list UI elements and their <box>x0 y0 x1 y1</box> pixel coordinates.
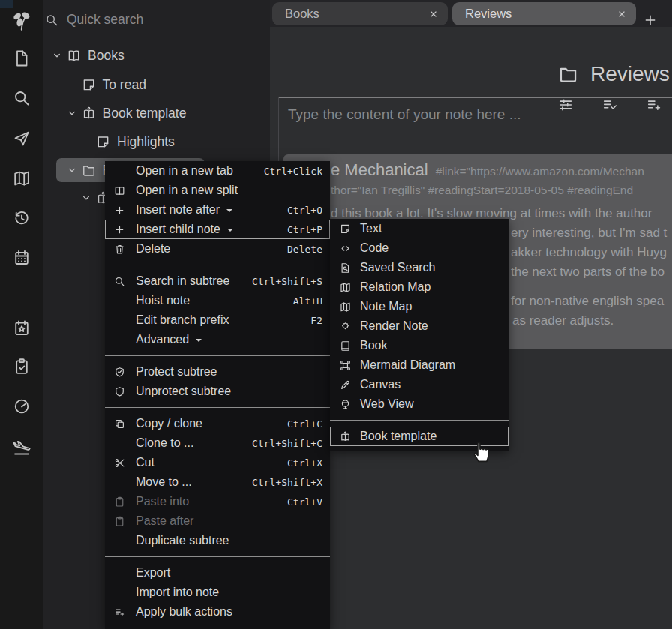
quick-search-input[interactable]: Quick search <box>45 12 143 28</box>
copy-icon <box>114 418 125 430</box>
note-content-placeholder[interactable]: Type the content of your note here ... <box>288 106 521 123</box>
menu-item-advanced[interactable]: Advanced <box>105 330 330 349</box>
tree-item-highlights[interactable]: Highlights <box>80 130 175 154</box>
menu-item-hoist-note[interactable]: Hoist noteAlt+H <box>105 291 330 310</box>
menu-item-apply-bulk-actions[interactable]: Apply bulk actions <box>105 602 330 622</box>
book-open-icon <box>67 49 81 63</box>
menu-item-copy-clone[interactable]: Copy / cloneCtrl+C <box>105 414 330 433</box>
plus-icon <box>114 205 125 216</box>
travel-button[interactable] <box>0 439 43 457</box>
note-map-button[interactable] <box>0 169 43 187</box>
menu-item-shortcut: Delete <box>287 244 322 255</box>
map-icon <box>340 282 360 293</box>
note-icon <box>96 135 111 149</box>
expand-chevron-icon[interactable] <box>51 49 67 61</box>
search-button[interactable] <box>0 89 43 107</box>
menu-item-open-in-a-new-split[interactable]: Open in a new split <box>105 181 330 200</box>
tree-item-book-template[interactable]: Book template <box>66 101 187 125</box>
ribbon-list-check-button[interactable] <box>602 97 618 113</box>
new-tab-button[interactable] <box>643 13 658 28</box>
cut-icon <box>114 457 125 469</box>
menu-item-shortcut: Ctrl+V <box>287 496 322 508</box>
search-icon <box>114 276 136 287</box>
mermaid-icon <box>340 360 360 371</box>
menu-item-duplicate-subtree[interactable]: Duplicate subtree <box>105 531 330 550</box>
note-icon <box>340 223 360 235</box>
list-plus-icon <box>114 607 125 618</box>
menu-item-book[interactable]: Book <box>330 336 508 355</box>
tree-item-books[interactable]: Books <box>51 43 124 67</box>
menu-item-cut[interactable]: CutCtrl+X <box>105 453 330 472</box>
menu-item-edit-branch-prefix[interactable]: Edit branch prefixF2 <box>105 310 330 330</box>
menu-item-insert-child-note[interactable]: Insert child noteCtrl+P <box>105 220 330 239</box>
expand-chevron-icon[interactable] <box>80 192 96 204</box>
menu-item-unprotect-subtree[interactable]: Unprotect subtree <box>105 382 330 401</box>
menu-item-shortcut: Ctrl+Shift+C <box>252 438 322 449</box>
menu-item-saved-search[interactable]: Saved Search <box>330 258 508 277</box>
menu-item-insert-note-after[interactable]: Insert note afterCtrl+O <box>105 200 330 220</box>
tree-item-label: Highlights <box>117 134 175 150</box>
menu-item-canvas[interactable]: Canvas <box>330 375 508 394</box>
cursor-pointer <box>470 436 494 463</box>
note-type-submenu: TextCodeSaved SearchRelation MapNote Map… <box>330 219 508 451</box>
paste-icon <box>114 496 125 508</box>
list-plus-icon <box>114 607 136 618</box>
tree-item-to-read[interactable]: To read <box>66 73 146 97</box>
menu-item-mermaid-diagram[interactable]: Mermaid Diagram <box>330 355 508 375</box>
menu-item-web-view[interactable]: Web View <box>330 394 508 414</box>
menu-item-code[interactable]: Code <box>330 238 508 258</box>
canvas-icon <box>340 379 360 391</box>
menu-item-open-in-a-new-tab[interactable]: Open in a new tabCtrl+Click <box>105 161 330 181</box>
menu-item-move-to[interactable]: Move to ...Ctrl+Shift+X <box>105 472 330 492</box>
book-template-icon <box>82 106 97 121</box>
trash-icon <box>114 244 136 255</box>
map-icon <box>340 301 360 313</box>
recent-changes-button[interactable] <box>0 209 43 227</box>
search-icon <box>45 13 58 27</box>
app-window: { "colors":{"card_bg":"#59595b","selecte… <box>0 0 672 629</box>
menu-item-import-into-note[interactable]: Import into note <box>105 583 330 602</box>
code-icon <box>340 243 351 254</box>
tasks-button[interactable] <box>0 358 43 376</box>
menu-item-text[interactable]: Text <box>330 219 508 238</box>
menu-item-label: Insert note after <box>136 203 220 217</box>
close-icon[interactable] <box>616 9 627 19</box>
expand-chevron-icon[interactable] <box>66 107 82 119</box>
map-icon <box>340 301 351 313</box>
new-note-button[interactable] <box>0 49 43 67</box>
menu-item-protect-subtree[interactable]: Protect subtree <box>105 362 330 382</box>
map-icon <box>340 282 351 293</box>
jump-to-note-button[interactable] <box>0 130 43 148</box>
saved-search-icon <box>340 262 360 274</box>
note-title[interactable]: Reviews <box>590 62 670 86</box>
calendar-button[interactable] <box>0 249 43 267</box>
shield-check-icon <box>114 367 136 378</box>
ribbon-list-plus-button[interactable] <box>646 97 662 113</box>
menu-item-render-note[interactable]: Render Note <box>330 316 508 336</box>
plus-icon <box>114 224 136 235</box>
menu-item-search-in-subtree[interactable]: Search in subtreeCtrl+Shift+S <box>105 271 330 291</box>
menu-item-label: Open in a new split <box>136 184 238 197</box>
menu-item-label: Hoist note <box>136 294 190 307</box>
menu-item-label: Relation Map <box>360 280 430 294</box>
menu-item-relation-map[interactable]: Relation Map <box>330 277 508 297</box>
ribbon-sliders-button[interactable] <box>557 97 574 113</box>
menu-item-shortcut: Ctrl+X <box>287 457 322 469</box>
paste-icon <box>114 516 125 527</box>
menu-item-delete[interactable]: DeleteDelete <box>105 239 330 259</box>
menu-item-export[interactable]: Export <box>105 563 330 583</box>
file-icon <box>13 49 31 67</box>
close-icon[interactable] <box>428 9 439 19</box>
folder-icon <box>82 163 96 178</box>
book-icon <box>340 340 351 352</box>
expand-chevron-icon[interactable] <box>66 164 82 176</box>
today-button[interactable] <box>0 319 43 337</box>
menu-item-label: Saved Search <box>360 261 436 274</box>
menu-item-shortcut: F2 <box>310 315 322 326</box>
tab-books[interactable]: Books <box>272 2 448 25</box>
menu-item-clone-to[interactable]: Clone to ...Ctrl+Shift+C <box>105 433 330 453</box>
menu-item-note-map[interactable]: Note Map <box>330 297 508 316</box>
menu-item-label: Canvas <box>360 378 400 391</box>
tab-reviews[interactable]: Reviews <box>452 2 636 25</box>
dashboard-button[interactable] <box>0 397 43 415</box>
